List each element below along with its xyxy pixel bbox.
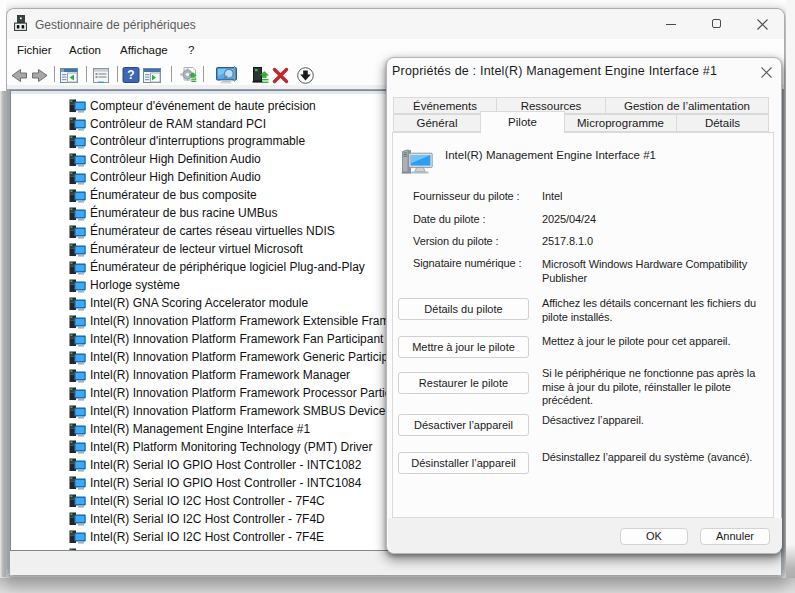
svg-text:?: ?	[127, 68, 134, 82]
